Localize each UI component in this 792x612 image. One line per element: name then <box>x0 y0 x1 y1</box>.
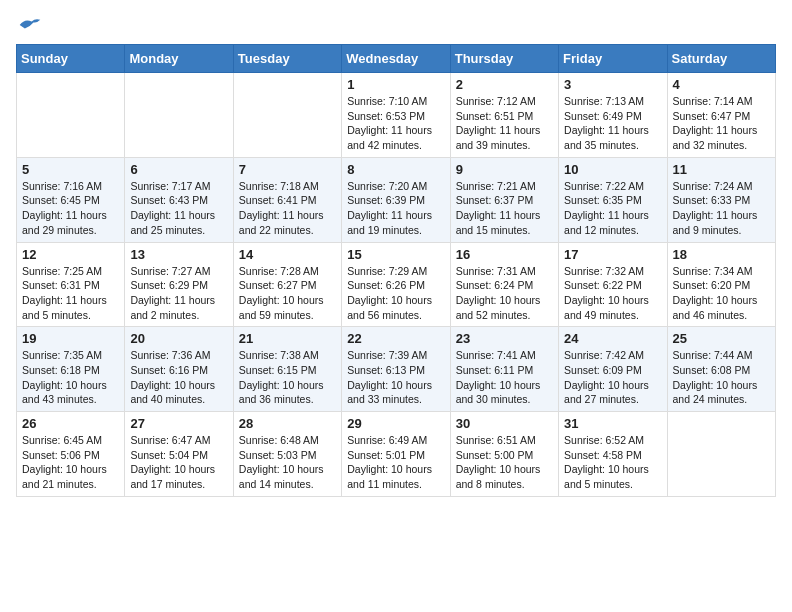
calendar-cell <box>667 412 775 497</box>
day-header-monday: Monday <box>125 45 233 73</box>
calendar-cell: 24Sunrise: 7:42 AMSunset: 6:09 PMDayligh… <box>559 327 667 412</box>
cell-content: Sunrise: 7:38 AMSunset: 6:15 PMDaylight:… <box>239 348 336 407</box>
cell-content: Sunrise: 7:22 AMSunset: 6:35 PMDaylight:… <box>564 179 661 238</box>
calendar-cell: 16Sunrise: 7:31 AMSunset: 6:24 PMDayligh… <box>450 242 558 327</box>
calendar-cell: 12Sunrise: 7:25 AMSunset: 6:31 PMDayligh… <box>17 242 125 327</box>
calendar-week-row: 5Sunrise: 7:16 AMSunset: 6:45 PMDaylight… <box>17 157 776 242</box>
cell-content: Sunrise: 7:25 AMSunset: 6:31 PMDaylight:… <box>22 264 119 323</box>
calendar-cell: 13Sunrise: 7:27 AMSunset: 6:29 PMDayligh… <box>125 242 233 327</box>
cell-content: Sunrise: 6:51 AMSunset: 5:00 PMDaylight:… <box>456 433 553 492</box>
cell-content: Sunrise: 7:20 AMSunset: 6:39 PMDaylight:… <box>347 179 444 238</box>
calendar-cell: 22Sunrise: 7:39 AMSunset: 6:13 PMDayligh… <box>342 327 450 412</box>
cell-content: Sunrise: 7:36 AMSunset: 6:16 PMDaylight:… <box>130 348 227 407</box>
calendar-cell: 5Sunrise: 7:16 AMSunset: 6:45 PMDaylight… <box>17 157 125 242</box>
calendar-cell: 25Sunrise: 7:44 AMSunset: 6:08 PMDayligh… <box>667 327 775 412</box>
page-header <box>16 16 776 34</box>
cell-content: Sunrise: 7:17 AMSunset: 6:43 PMDaylight:… <box>130 179 227 238</box>
day-header-thursday: Thursday <box>450 45 558 73</box>
day-number: 31 <box>564 416 661 431</box>
calendar-cell: 3Sunrise: 7:13 AMSunset: 6:49 PMDaylight… <box>559 73 667 158</box>
day-header-sunday: Sunday <box>17 45 125 73</box>
day-number: 8 <box>347 162 444 177</box>
calendar-cell: 30Sunrise: 6:51 AMSunset: 5:00 PMDayligh… <box>450 412 558 497</box>
day-number: 9 <box>456 162 553 177</box>
day-number: 17 <box>564 247 661 262</box>
calendar-week-row: 12Sunrise: 7:25 AMSunset: 6:31 PMDayligh… <box>17 242 776 327</box>
calendar-cell: 14Sunrise: 7:28 AMSunset: 6:27 PMDayligh… <box>233 242 341 327</box>
calendar-cell: 17Sunrise: 7:32 AMSunset: 6:22 PMDayligh… <box>559 242 667 327</box>
calendar-cell: 20Sunrise: 7:36 AMSunset: 6:16 PMDayligh… <box>125 327 233 412</box>
day-number: 16 <box>456 247 553 262</box>
calendar-cell: 9Sunrise: 7:21 AMSunset: 6:37 PMDaylight… <box>450 157 558 242</box>
day-header-friday: Friday <box>559 45 667 73</box>
cell-content: Sunrise: 7:18 AMSunset: 6:41 PMDaylight:… <box>239 179 336 238</box>
day-number: 12 <box>22 247 119 262</box>
day-number: 30 <box>456 416 553 431</box>
day-number: 18 <box>673 247 770 262</box>
day-number: 2 <box>456 77 553 92</box>
day-number: 23 <box>456 331 553 346</box>
calendar-cell <box>125 73 233 158</box>
calendar-cell: 28Sunrise: 6:48 AMSunset: 5:03 PMDayligh… <box>233 412 341 497</box>
day-number: 3 <box>564 77 661 92</box>
calendar-cell: 19Sunrise: 7:35 AMSunset: 6:18 PMDayligh… <box>17 327 125 412</box>
cell-content: Sunrise: 7:12 AMSunset: 6:51 PMDaylight:… <box>456 94 553 153</box>
calendar-cell: 7Sunrise: 7:18 AMSunset: 6:41 PMDaylight… <box>233 157 341 242</box>
cell-content: Sunrise: 7:41 AMSunset: 6:11 PMDaylight:… <box>456 348 553 407</box>
cell-content: Sunrise: 6:47 AMSunset: 5:04 PMDaylight:… <box>130 433 227 492</box>
calendar-cell: 23Sunrise: 7:41 AMSunset: 6:11 PMDayligh… <box>450 327 558 412</box>
cell-content: Sunrise: 7:31 AMSunset: 6:24 PMDaylight:… <box>456 264 553 323</box>
calendar-cell: 29Sunrise: 6:49 AMSunset: 5:01 PMDayligh… <box>342 412 450 497</box>
cell-content: Sunrise: 7:29 AMSunset: 6:26 PMDaylight:… <box>347 264 444 323</box>
calendar-table: SundayMondayTuesdayWednesdayThursdayFrid… <box>16 44 776 497</box>
cell-content: Sunrise: 7:10 AMSunset: 6:53 PMDaylight:… <box>347 94 444 153</box>
day-number: 25 <box>673 331 770 346</box>
cell-content: Sunrise: 7:32 AMSunset: 6:22 PMDaylight:… <box>564 264 661 323</box>
day-number: 28 <box>239 416 336 431</box>
calendar-cell: 8Sunrise: 7:20 AMSunset: 6:39 PMDaylight… <box>342 157 450 242</box>
day-number: 19 <box>22 331 119 346</box>
calendar-cell: 4Sunrise: 7:14 AMSunset: 6:47 PMDaylight… <box>667 73 775 158</box>
calendar-cell: 6Sunrise: 7:17 AMSunset: 6:43 PMDaylight… <box>125 157 233 242</box>
day-number: 26 <box>22 416 119 431</box>
cell-content: Sunrise: 7:44 AMSunset: 6:08 PMDaylight:… <box>673 348 770 407</box>
calendar-cell: 27Sunrise: 6:47 AMSunset: 5:04 PMDayligh… <box>125 412 233 497</box>
calendar-header-row: SundayMondayTuesdayWednesdayThursdayFrid… <box>17 45 776 73</box>
cell-content: Sunrise: 6:49 AMSunset: 5:01 PMDaylight:… <box>347 433 444 492</box>
calendar-week-row: 1Sunrise: 7:10 AMSunset: 6:53 PMDaylight… <box>17 73 776 158</box>
logo <box>16 16 42 34</box>
calendar-week-row: 26Sunrise: 6:45 AMSunset: 5:06 PMDayligh… <box>17 412 776 497</box>
day-number: 21 <box>239 331 336 346</box>
day-number: 10 <box>564 162 661 177</box>
calendar-cell: 18Sunrise: 7:34 AMSunset: 6:20 PMDayligh… <box>667 242 775 327</box>
day-number: 1 <box>347 77 444 92</box>
day-header-wednesday: Wednesday <box>342 45 450 73</box>
calendar-cell: 15Sunrise: 7:29 AMSunset: 6:26 PMDayligh… <box>342 242 450 327</box>
calendar-week-row: 19Sunrise: 7:35 AMSunset: 6:18 PMDayligh… <box>17 327 776 412</box>
day-number: 15 <box>347 247 444 262</box>
calendar-cell: 31Sunrise: 6:52 AMSunset: 4:58 PMDayligh… <box>559 412 667 497</box>
calendar-cell: 26Sunrise: 6:45 AMSunset: 5:06 PMDayligh… <box>17 412 125 497</box>
logo-bird-icon <box>18 16 42 34</box>
day-number: 27 <box>130 416 227 431</box>
cell-content: Sunrise: 7:14 AMSunset: 6:47 PMDaylight:… <box>673 94 770 153</box>
day-number: 14 <box>239 247 336 262</box>
day-number: 6 <box>130 162 227 177</box>
cell-content: Sunrise: 7:34 AMSunset: 6:20 PMDaylight:… <box>673 264 770 323</box>
day-number: 11 <box>673 162 770 177</box>
cell-content: Sunrise: 7:35 AMSunset: 6:18 PMDaylight:… <box>22 348 119 407</box>
day-number: 22 <box>347 331 444 346</box>
day-number: 5 <box>22 162 119 177</box>
cell-content: Sunrise: 7:21 AMSunset: 6:37 PMDaylight:… <box>456 179 553 238</box>
calendar-cell <box>17 73 125 158</box>
cell-content: Sunrise: 6:52 AMSunset: 4:58 PMDaylight:… <box>564 433 661 492</box>
day-number: 7 <box>239 162 336 177</box>
day-number: 29 <box>347 416 444 431</box>
cell-content: Sunrise: 7:13 AMSunset: 6:49 PMDaylight:… <box>564 94 661 153</box>
cell-content: Sunrise: 7:24 AMSunset: 6:33 PMDaylight:… <box>673 179 770 238</box>
day-header-tuesday: Tuesday <box>233 45 341 73</box>
day-number: 13 <box>130 247 227 262</box>
cell-content: Sunrise: 7:16 AMSunset: 6:45 PMDaylight:… <box>22 179 119 238</box>
calendar-cell: 2Sunrise: 7:12 AMSunset: 6:51 PMDaylight… <box>450 73 558 158</box>
cell-content: Sunrise: 7:28 AMSunset: 6:27 PMDaylight:… <box>239 264 336 323</box>
